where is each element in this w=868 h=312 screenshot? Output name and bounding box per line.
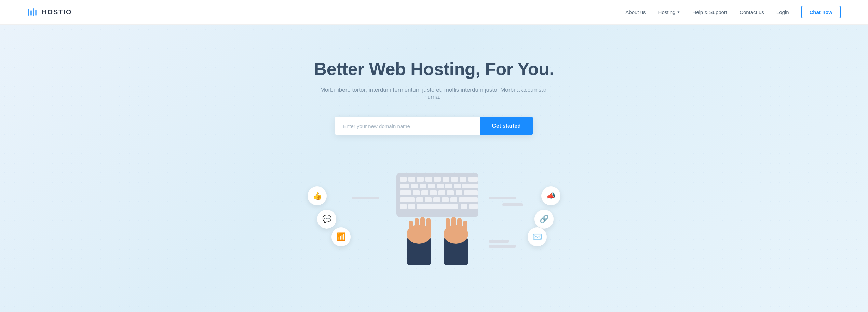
svg-rect-26 <box>438 190 445 195</box>
logo[interactable]: HOSTIO <box>27 7 72 18</box>
thumbsup-icon: 👍 <box>313 192 322 200</box>
svg-rect-51 <box>451 217 456 235</box>
nav-item-hosting[interactable]: Hosting ▼ <box>658 9 680 15</box>
svg-rect-8 <box>425 177 432 182</box>
svg-rect-30 <box>400 197 415 202</box>
svg-rect-3 <box>35 10 37 16</box>
svg-rect-28 <box>456 190 462 195</box>
svg-rect-46 <box>420 217 425 235</box>
svg-rect-31 <box>416 197 423 202</box>
nav-item-login[interactable]: Login <box>776 9 789 15</box>
wifi-icon: 📶 <box>337 232 346 241</box>
logo-text: HOSTIO <box>42 8 72 16</box>
svg-rect-7 <box>417 177 424 182</box>
chat-now-button[interactable]: Chat now <box>801 6 841 18</box>
hero-title: Better Web Hosting, For You. <box>314 59 554 79</box>
svg-rect-33 <box>433 197 440 202</box>
svg-rect-50 <box>446 218 450 235</box>
svg-rect-24 <box>421 190 428 195</box>
svg-rect-38 <box>400 204 407 209</box>
chevron-down-icon: ▼ <box>677 10 680 14</box>
megaphone-bubble: 📣 <box>541 186 560 205</box>
svg-rect-15 <box>411 184 418 188</box>
hero-illustration: 👍 💬 📶 📣 🔗 ✉️ <box>280 159 588 261</box>
svg-rect-20 <box>454 184 461 188</box>
hero-subtitle: Morbi libero tortor, interdum fermentum … <box>318 87 550 100</box>
svg-rect-40 <box>461 204 467 209</box>
navbar: HOSTIO About us Hosting ▼ Help & Support… <box>0 0 868 25</box>
svg-rect-9 <box>434 177 441 182</box>
svg-rect-21 <box>462 184 478 188</box>
svg-rect-36 <box>459 197 478 202</box>
nav-item-contact-us[interactable]: Contact us <box>740 9 764 15</box>
svg-rect-37 <box>417 204 458 209</box>
svg-rect-11 <box>451 177 458 182</box>
decoration-line-left <box>352 197 379 199</box>
hero-section: Better Web Hosting, For You. Morbi liber… <box>0 25 868 312</box>
svg-rect-14 <box>400 184 409 188</box>
hero-content: Better Web Hosting, For You. Morbi liber… <box>0 59 868 261</box>
nav-links: About us Hosting ▼ Help & Support Contac… <box>625 6 841 18</box>
decoration-line-bottom2 <box>489 240 509 243</box>
megaphone-icon: 📣 <box>546 192 556 200</box>
thumbsup-bubble: 👍 <box>308 186 327 205</box>
svg-rect-13 <box>468 177 478 182</box>
svg-rect-2 <box>33 8 34 16</box>
svg-rect-12 <box>460 177 466 182</box>
decoration-line-right <box>489 197 516 199</box>
svg-rect-27 <box>447 190 454 195</box>
svg-rect-45 <box>415 218 419 235</box>
svg-rect-25 <box>430 190 437 195</box>
decoration-line-right2 <box>502 203 523 206</box>
svg-rect-18 <box>437 184 444 188</box>
svg-rect-34 <box>442 197 449 202</box>
share-icon: 🔗 <box>540 215 549 224</box>
svg-rect-1 <box>30 10 32 16</box>
keyboard-illustration <box>390 169 478 266</box>
svg-rect-52 <box>457 218 462 235</box>
svg-rect-44 <box>409 221 413 235</box>
svg-rect-0 <box>28 9 29 16</box>
logo-icon <box>27 7 38 18</box>
email-icon: ✉️ <box>533 232 542 241</box>
svg-rect-35 <box>450 197 457 202</box>
wifi-bubble: 📶 <box>331 227 351 246</box>
share-bubble: 🔗 <box>534 210 554 229</box>
svg-rect-47 <box>426 218 431 235</box>
keyboard-svg <box>390 169 485 265</box>
svg-rect-53 <box>463 221 467 235</box>
svg-rect-32 <box>425 197 432 202</box>
svg-rect-16 <box>420 184 426 188</box>
svg-rect-17 <box>428 184 435 188</box>
chat-bubble: 💬 <box>317 210 336 229</box>
chat-icon: 💬 <box>322 215 331 224</box>
svg-rect-10 <box>443 177 449 182</box>
get-started-button[interactable]: Get started <box>480 117 533 135</box>
svg-rect-23 <box>413 190 420 195</box>
domain-search-bar: Get started <box>335 117 533 135</box>
svg-rect-19 <box>445 184 452 188</box>
svg-rect-22 <box>400 190 411 195</box>
svg-rect-5 <box>400 177 407 182</box>
svg-rect-29 <box>464 190 478 195</box>
svg-rect-39 <box>408 204 415 209</box>
decoration-line-bottom <box>489 245 516 248</box>
nav-item-help-support[interactable]: Help & Support <box>692 9 727 15</box>
svg-rect-6 <box>408 177 415 182</box>
nav-item-about-us[interactable]: About us <box>625 9 646 15</box>
svg-rect-41 <box>469 204 478 209</box>
domain-search-input[interactable] <box>335 117 480 135</box>
email-bubble: ✉️ <box>528 227 547 246</box>
